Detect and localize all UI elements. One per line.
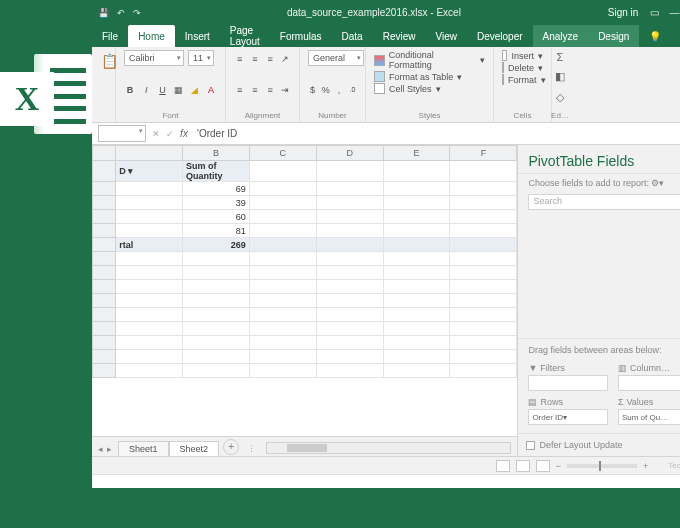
column-header[interactable]: E (383, 146, 450, 161)
pivot-value-label[interactable]: Sum of Quantity (183, 161, 250, 182)
currency-icon[interactable]: $ (308, 83, 317, 97)
minimize-button[interactable]: — (663, 7, 680, 18)
tab-file[interactable]: File (92, 25, 128, 47)
page-break-view-button[interactable] (536, 460, 550, 472)
tab-developer[interactable]: Developer (467, 25, 533, 47)
undo-icon[interactable]: ↶ (117, 8, 125, 18)
align-middle-icon[interactable]: ≡ (249, 52, 260, 66)
column-header[interactable]: D (316, 146, 383, 161)
cell[interactable]: 81 (183, 224, 250, 238)
area-filters-drop[interactable] (528, 375, 608, 391)
normal-view-button[interactable] (496, 460, 510, 472)
sheet-tab-sheet1[interactable]: Sheet1 (118, 441, 169, 456)
insert-cells-button[interactable]: Insert ▾ (502, 50, 543, 61)
delete-cells-button[interactable]: Delete ▾ (502, 62, 543, 73)
indent-icon[interactable]: ⇥ (280, 83, 291, 97)
tab-tell-me[interactable]: T… (671, 25, 680, 47)
orientation-icon[interactable]: ↗ (280, 52, 291, 66)
tab-formulas[interactable]: Formulas (270, 25, 332, 47)
pane-settings-icon[interactable]: ⚙▾ (651, 178, 664, 188)
sign-in-button[interactable]: Sign in (596, 7, 651, 18)
bold-button[interactable]: B (124, 83, 136, 97)
tab-review[interactable]: Review (373, 25, 426, 47)
fill-icon[interactable]: ◧ (555, 70, 565, 83)
underline-button[interactable]: U (156, 83, 168, 97)
formula-bar: ✕ ✓ fx 'Order ID (92, 123, 680, 145)
align-bottom-icon[interactable]: ≡ (265, 52, 276, 66)
clear-icon[interactable]: ◇ (556, 91, 564, 104)
font-name-combo[interactable]: Calibri (124, 50, 184, 66)
name-box[interactable] (98, 125, 146, 142)
sheet-tab-sheet2[interactable]: Sheet2 (169, 441, 220, 456)
tab-insert[interactable]: Insert (175, 25, 220, 47)
tab-analyze[interactable]: Analyze (533, 25, 589, 47)
fill-color-icon[interactable]: ◢ (189, 83, 201, 97)
pivot-grand-total-label[interactable]: rtal (116, 238, 183, 252)
tab-design[interactable]: Design (588, 25, 639, 47)
conditional-formatting-button[interactable]: Conditional Formatting ▾ (374, 50, 485, 70)
sheet-nav-prev-icon[interactable]: ◂ (98, 444, 103, 454)
zoom-slider[interactable] (567, 464, 637, 468)
tab-data[interactable]: Data (332, 25, 373, 47)
area-rows-drop[interactable]: Order ID ▾ (528, 409, 608, 425)
worksheet-grid[interactable]: B C D E F D ▾ Sum of Quantity 69 39 60 8… (92, 145, 517, 436)
italic-button[interactable]: I (140, 83, 152, 97)
tab-home[interactable]: Home (128, 25, 175, 47)
align-right-icon[interactable]: ≡ (265, 83, 276, 97)
align-center-icon[interactable]: ≡ (249, 83, 260, 97)
horizontal-scrollbar[interactable] (266, 442, 511, 454)
funnel-icon: ▼ (528, 363, 537, 373)
increase-decimal-icon[interactable]: .0 (348, 83, 357, 97)
title-bar: 💾 ↶ ↷ data_source_example2016.xlsx - Exc… (92, 0, 680, 25)
zoom-out-button[interactable]: − (556, 461, 561, 471)
field-list[interactable] (518, 216, 680, 338)
ribbon-display-options-icon[interactable]: ▭ (650, 7, 663, 18)
sheet-nav-next-icon[interactable]: ▸ (107, 444, 112, 454)
column-header[interactable]: C (249, 146, 316, 161)
pivot-row-label[interactable]: D ▾ (116, 161, 183, 182)
align-top-icon[interactable]: ≡ (234, 52, 245, 66)
align-left-icon[interactable]: ≡ (234, 83, 245, 97)
pivottable-fields-pane: PivotTable Fields Choose fields to add t… (517, 145, 680, 456)
tab-page-layout[interactable]: Page Layout (220, 25, 270, 47)
new-sheet-button[interactable]: + (223, 439, 239, 455)
number-format-combo[interactable]: General (308, 50, 364, 66)
cell[interactable]: 60 (183, 210, 250, 224)
tab-view[interactable]: View (425, 25, 467, 47)
area-values-drop[interactable]: Sum of Qu… (618, 409, 680, 425)
tell-me-icon[interactable]: 💡 (639, 25, 671, 47)
cell[interactable]: 69 (183, 182, 250, 196)
column-header[interactable]: B (183, 146, 250, 161)
fx-icon[interactable]: fx (177, 128, 191, 139)
insert-cell-icon (502, 50, 507, 61)
format-cells-button[interactable]: Format ▾ (502, 74, 543, 85)
font-color-icon[interactable]: A (205, 83, 217, 97)
group-number: General $ % , .0 Number (300, 47, 366, 122)
column-header[interactable]: F (450, 146, 517, 161)
cancel-formula-icon[interactable]: ✕ (149, 129, 163, 139)
autosum-icon[interactable]: Σ (557, 51, 564, 63)
row-header[interactable] (93, 161, 116, 182)
pane-subtitle: Choose fields to add to report: (528, 178, 649, 188)
column-header[interactable] (116, 146, 183, 161)
border-icon[interactable]: ▦ (173, 83, 185, 97)
area-columns-drop[interactable] (618, 375, 680, 391)
percent-icon[interactable]: % (321, 83, 330, 97)
select-all-corner[interactable] (93, 146, 116, 161)
group-label-editing: Ed… (551, 111, 569, 122)
pivot-grand-total-value[interactable]: 269 (183, 238, 250, 252)
cell[interactable]: 39 (183, 196, 250, 210)
defer-update-checkbox[interactable] (526, 441, 535, 450)
formula-input[interactable]: 'Order ID (191, 128, 680, 139)
save-icon[interactable]: 💾 (98, 8, 109, 18)
comma-icon[interactable]: , (335, 83, 344, 97)
zoom-in-button[interactable]: + (643, 461, 648, 471)
cell-styles-button[interactable]: Cell Styles ▾ (374, 83, 485, 94)
group-label-number: Number (308, 111, 357, 122)
page-layout-view-button[interactable] (516, 460, 530, 472)
enter-formula-icon[interactable]: ✓ (163, 129, 177, 139)
format-as-table-button[interactable]: Format as Table ▾ (374, 71, 485, 82)
font-size-combo[interactable]: 11 (188, 50, 214, 66)
redo-icon[interactable]: ↷ (133, 8, 141, 18)
field-search-input[interactable]: Search (528, 194, 680, 210)
